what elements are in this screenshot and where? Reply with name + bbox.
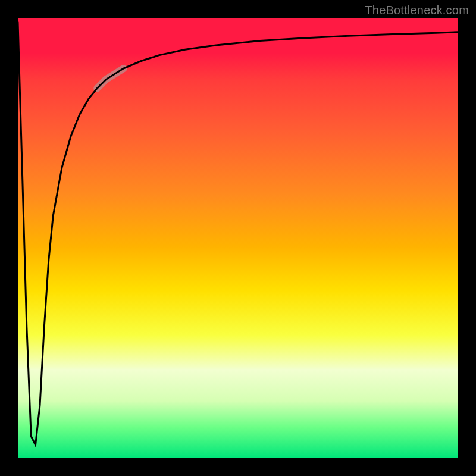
chart-frame: TheBottleneck.com (0, 0, 476, 476)
bottleneck-curve (18, 22, 458, 444)
attribution-label: TheBottleneck.com (365, 4, 469, 17)
plot-area (18, 18, 458, 458)
curve-layer (18, 18, 458, 458)
